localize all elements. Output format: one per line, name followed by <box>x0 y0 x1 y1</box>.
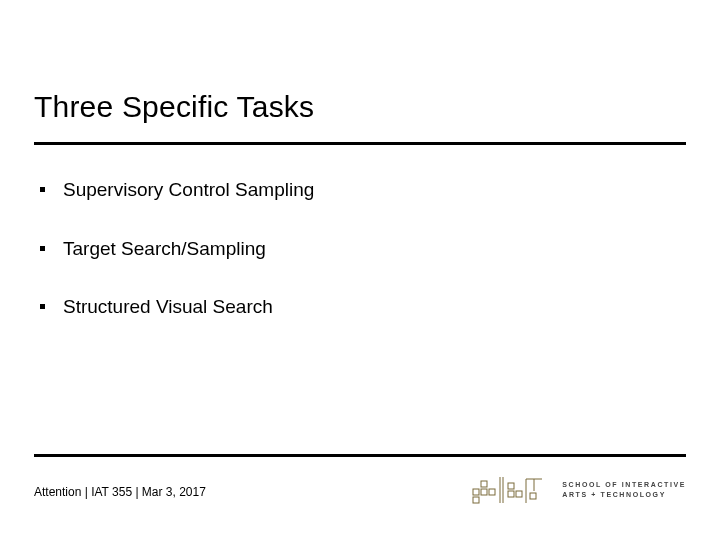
svg-rect-4 <box>489 489 495 495</box>
svg-rect-1 <box>473 497 479 503</box>
svg-rect-7 <box>508 483 514 489</box>
bullet-icon <box>40 304 45 309</box>
logo-line1: School of Interactive <box>562 480 686 490</box>
divider-bottom <box>34 454 686 457</box>
slide: Three Specific Tasks Supervisory Control… <box>0 0 720 540</box>
list-item: Supervisory Control Sampling <box>40 178 660 203</box>
svg-rect-9 <box>516 491 522 497</box>
logo-line2: Arts + Technology <box>562 490 686 500</box>
svg-rect-0 <box>473 489 479 495</box>
siat-mark-icon <box>472 473 550 507</box>
logo: School of Interactive Arts + Technology <box>472 473 686 507</box>
list-item: Structured Visual Search <box>40 295 660 320</box>
list-item: Target Search/Sampling <box>40 237 660 262</box>
bullet-list: Supervisory Control Sampling Target Sear… <box>40 178 660 354</box>
bullet-text: Target Search/Sampling <box>63 237 266 262</box>
logo-text: School of Interactive Arts + Technology <box>562 480 686 500</box>
bullet-text: Structured Visual Search <box>63 295 273 320</box>
svg-rect-8 <box>508 491 514 497</box>
svg-rect-3 <box>481 489 487 495</box>
divider-top <box>34 142 686 145</box>
slide-title: Three Specific Tasks <box>34 90 314 124</box>
footer-text: Attention | IAT 355 | Mar 3, 2017 <box>34 485 206 499</box>
bullet-icon <box>40 246 45 251</box>
svg-rect-2 <box>481 481 487 487</box>
bullet-text: Supervisory Control Sampling <box>63 178 314 203</box>
bullet-icon <box>40 187 45 192</box>
svg-rect-13 <box>530 493 536 499</box>
